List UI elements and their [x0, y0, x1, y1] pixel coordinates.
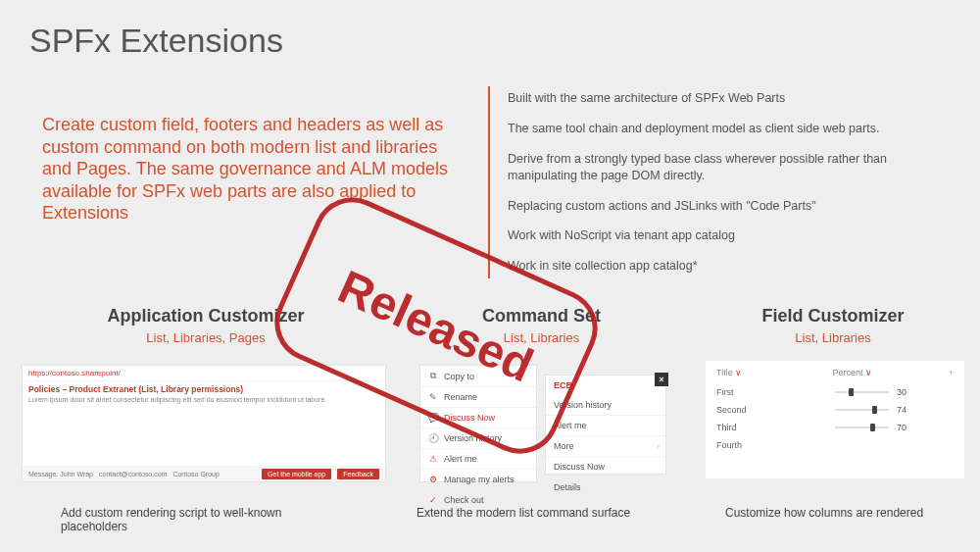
- bullet-list: Built with the same architecture of SPFx…: [508, 90, 949, 288]
- column-command-set: Command Set List, Libraries: [392, 306, 691, 345]
- field-row-second: Second 74: [707, 401, 963, 419]
- ecb-discuss-now: Discuss Now: [546, 457, 665, 477]
- fld-subtitle: List, Libraries: [706, 330, 960, 345]
- mi-manage-alerts: ⚙Manage my alerts: [420, 470, 536, 490]
- footer-text-2: contact@contoso.com: [99, 471, 167, 477]
- app-title: Application Customizer: [39, 306, 372, 326]
- app-mini-body: Lorem ipsum dolor sit amet consectetur a…: [23, 394, 385, 403]
- copy-icon: ⧉: [428, 371, 438, 381]
- cmd-context-menu: ⧉Copy to ✎Rename 💬Discuss Now 🕘Version h…: [419, 365, 537, 482]
- field-table: Title ∨ Percent ∨ + First 30 Second 74 T…: [706, 361, 964, 478]
- vertical-divider: [488, 86, 490, 278]
- ecb-header: ECB ×: [546, 376, 665, 395]
- footer-btn-mobile: Get the mobile app: [262, 469, 331, 479]
- bullet-4: Replacing custom actions and JSLinks wit…: [508, 198, 949, 215]
- fld-caption: Customize how columns are rendered: [725, 506, 970, 520]
- cmd-ecb-panel: ECB × Version history Alert me More› Dis…: [545, 375, 666, 475]
- bullet-5: Work with NoScript via tenant app catalo…: [508, 227, 949, 244]
- close-icon: ×: [655, 373, 668, 386]
- mi-discuss-now: 💬Discuss Now: [420, 408, 536, 428]
- field-row-first: First 30: [707, 383, 963, 401]
- mi-alert-me: ⚠Alert me: [420, 449, 536, 470]
- chevron-right-icon: ›: [657, 441, 660, 451]
- mi-rename: ✎Rename: [420, 387, 536, 408]
- mi-version-history: 🕘Version history: [420, 428, 536, 449]
- rename-icon: ✎: [428, 392, 438, 402]
- fld-title: Field Customizer: [706, 306, 960, 326]
- chevron-down-icon: ∨: [865, 368, 872, 377]
- intro-paragraph: Create custom field, footers and headers…: [42, 114, 454, 225]
- alert-icon: ⚠: [428, 454, 438, 464]
- chevron-down-icon: ∨: [735, 368, 742, 377]
- ecb-more: More›: [546, 436, 665, 457]
- app-mini-address: https://contoso.sharepoint/: [23, 366, 385, 381]
- app-mini-screenshot: https://contoso.sharepoint/ Policies – P…: [22, 365, 386, 482]
- chat-icon: 💬: [428, 413, 438, 423]
- footer-text-3: Contoso Group: [172, 471, 219, 477]
- app-caption: Add custom rendering script to well-know…: [61, 506, 335, 533]
- check-icon: ✓: [428, 495, 438, 505]
- bullet-1: Built with the same architecture of SPFx…: [508, 90, 949, 107]
- footer-btn-feedback: Feedback: [337, 469, 379, 479]
- ecb-details: Details: [546, 477, 665, 497]
- column-app-customizer: Application Customizer List, Libraries, …: [39, 306, 372, 345]
- field-row-third: Third 70: [707, 419, 963, 436]
- cmd-subtitle: List, Libraries: [392, 330, 691, 345]
- bullet-6: Work in site collection app catalog*: [508, 258, 949, 275]
- column-field-customizer: Field Customizer List, Libraries: [706, 306, 960, 345]
- bullet-3: Derive from a strongly typed base class …: [508, 151, 949, 184]
- gear-icon: ⚙: [428, 475, 438, 484]
- history-icon: 🕘: [428, 433, 438, 443]
- ecb-version-history: Version history: [546, 395, 665, 416]
- app-mini-page-title: Policies – Product Extranet (List, Libra…: [23, 381, 385, 394]
- app-mini-footer: Message: John Wrap contact@contoso.com C…: [23, 466, 385, 481]
- mi-copy-to: ⧉Copy to: [420, 366, 536, 387]
- footer-text-1: Message: John Wrap: [28, 471, 93, 477]
- field-row-fourth: Fourth: [707, 436, 963, 454]
- cmd-title: Command Set: [392, 306, 691, 326]
- field-table-header: Title ∨ Percent ∨ +: [707, 362, 963, 383]
- plus-icon: +: [949, 368, 954, 377]
- bullet-2: The same tool chain and deployment model…: [508, 121, 949, 137]
- page-title: SPFx Extensions: [29, 22, 283, 60]
- mi-check-out: ✓Check out: [420, 490, 536, 510]
- app-subtitle: List, Libraries, Pages: [39, 330, 372, 345]
- ecb-alert-me: Alert me: [546, 416, 665, 436]
